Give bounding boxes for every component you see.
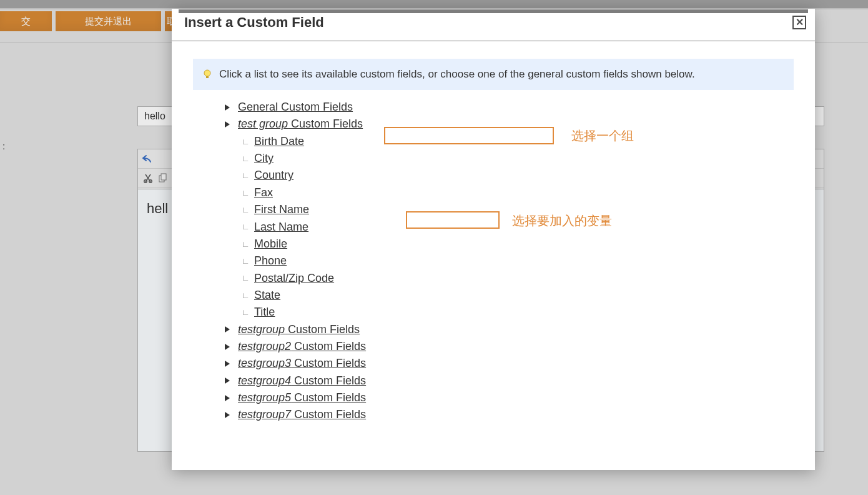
arrow-right-icon — [225, 121, 230, 128]
arrow-right-icon — [225, 344, 230, 350]
tree-general-custom-fields[interactable]: General Custom Fields — [223, 99, 794, 116]
modal-header: Insert a Custom Field ✕ — [172, 13, 815, 41]
tree-child-item[interactable]: ∟City — [242, 150, 794, 167]
tree-group-item[interactable]: testgroup7 Custom Fields — [223, 406, 794, 423]
tree-child-item[interactable]: ∟Title — [242, 304, 794, 321]
arrow-right-icon — [225, 412, 230, 418]
modal-title: Insert a Custom Field — [184, 14, 324, 31]
arrow-right-icon — [225, 378, 230, 384]
tree-group-item[interactable]: testgroup2 Custom Fields — [223, 338, 794, 355]
insert-custom-field-modal: Insert a Custom Field ✕ Click a list to … — [172, 9, 815, 470]
tree-group-item[interactable]: testgroup3 Custom Fields — [223, 355, 794, 372]
child-marker-icon: ∟ — [242, 289, 249, 302]
field-tree: General Custom Fields test group Custom … — [223, 99, 794, 424]
tree-child-link[interactable]: Phone — [254, 252, 287, 269]
arrow-right-icon — [225, 326, 230, 332]
child-marker-icon: ∟ — [242, 152, 249, 165]
info-banner: Click a list to see its available custom… — [193, 59, 794, 90]
tree-child-link[interactable]: Mobile — [254, 236, 287, 252]
tree-group-link[interactable]: testgroup Custom Fields — [238, 321, 360, 338]
annotation-box-group — [384, 127, 554, 144]
tree-child-link[interactable]: Last Name — [254, 219, 308, 236]
arrow-right-icon — [225, 361, 230, 367]
info-text: Click a list to see its available custom… — [219, 68, 695, 81]
child-marker-icon: ∟ — [242, 306, 249, 319]
child-marker-icon: ∟ — [242, 136, 249, 148]
tree-child-link[interactable]: City — [254, 150, 274, 167]
tree-child-item[interactable]: ∟Mobile — [242, 236, 794, 252]
tree-group-link[interactable]: testgroup4 Custom Fields — [238, 372, 366, 389]
tree-child-link[interactable]: State — [254, 287, 280, 304]
tree-group-item[interactable]: testgroup4 Custom Fields — [223, 372, 794, 389]
tree-child-link[interactable]: Country — [254, 167, 293, 184]
tree-child-item[interactable]: ∟State — [242, 287, 794, 304]
tree-child-item[interactable]: ∟Phone — [242, 252, 794, 269]
tree-child-item[interactable]: ∟Fax — [242, 184, 794, 201]
tree-child-link[interactable]: Birth Date — [254, 133, 304, 150]
tree-child-link[interactable]: First Name — [254, 201, 309, 218]
svg-rect-5 — [206, 76, 209, 78]
close-icon[interactable]: ✕ — [792, 16, 806, 29]
arrow-right-icon — [225, 395, 230, 401]
annotation-text-group: 选择一个组 — [571, 128, 634, 144]
tree-group-link[interactable]: testgroup3 Custom Fields — [238, 355, 366, 372]
child-marker-icon: ∟ — [242, 272, 249, 284]
tree-group-link[interactable]: testgroup2 Custom Fields — [238, 338, 366, 355]
arrow-right-icon — [225, 104, 230, 111]
child-marker-icon: ∟ — [242, 221, 249, 233]
tree-group-link[interactable]: testgroup7 Custom Fields — [238, 406, 366, 423]
child-marker-icon: ∟ — [242, 169, 249, 182]
lightbulb-icon — [202, 69, 213, 80]
svg-point-4 — [204, 70, 210, 76]
tree-child-item[interactable]: ∟Country — [242, 167, 794, 184]
tree-link-test-group[interactable]: test group Custom Fields — [238, 116, 363, 132]
tree-child-link[interactable]: Postal/Zip Code — [254, 270, 334, 287]
tree-link-general[interactable]: General Custom Fields — [238, 99, 353, 116]
child-marker-icon: ∟ — [242, 255, 249, 268]
tree-group-item[interactable]: testgroup Custom Fields — [223, 321, 794, 338]
child-marker-icon: ∟ — [242, 238, 249, 251]
tree-child-item[interactable]: ∟Postal/Zip Code — [242, 270, 794, 287]
modal-body: Click a list to see its available custom… — [172, 41, 815, 470]
tree-group-item[interactable]: testgroup5 Custom Fields — [223, 389, 794, 406]
tree-child-link[interactable]: Fax — [254, 184, 273, 201]
child-marker-icon: ∟ — [242, 204, 249, 216]
tree-child-link[interactable]: Title — [254, 304, 275, 321]
annotation-text-variable: 选择要加入的变量 — [512, 212, 612, 229]
child-marker-icon: ∟ — [242, 187, 249, 199]
annotation-box-variable — [406, 211, 500, 229]
tree-group-link[interactable]: testgroup5 Custom Fields — [238, 389, 366, 406]
